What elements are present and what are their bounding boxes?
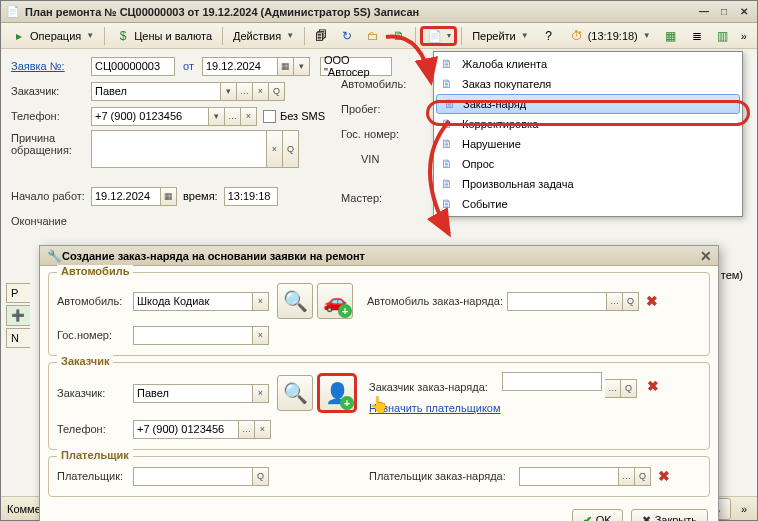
date-drop-btn[interactable]: ▾ [294, 57, 310, 76]
request-link[interactable]: Заявка №: [11, 60, 91, 72]
dlg-plate-input[interactable] [133, 326, 253, 345]
side-tab-n[interactable]: N [6, 328, 30, 348]
dlg-phone-input[interactable]: +7 (900) 0123456 [133, 420, 239, 439]
create-based-on-button[interactable]: 📄 ▾ [420, 26, 457, 46]
date-picker-btn[interactable]: ▦ [278, 57, 294, 76]
group-customer: Заказчик Заказчик: Павел × 🔍 👤 + Заказчи… [48, 362, 710, 450]
dlg-phone-clear[interactable]: × [255, 420, 271, 439]
customer-clear[interactable]: × [253, 82, 269, 101]
dialog-ok-button[interactable]: ✔ OK [572, 509, 623, 521]
menu-item-event[interactable]: 🗎Событие [434, 194, 742, 214]
dlg-auto-order-delete[interactable]: ✖ [643, 292, 661, 310]
menu-item-violation[interactable]: 🗎Нарушение [434, 134, 742, 154]
toolbar-btn-2[interactable]: ↻ [335, 26, 359, 46]
menu-item-complaint[interactable]: 🗎Жалоба клиента [434, 54, 742, 74]
bottom-more[interactable]: » [737, 499, 751, 519]
dlg-payer-order-more[interactable]: … [619, 467, 635, 486]
minimize-button[interactable]: — [695, 4, 713, 20]
request-date-input[interactable]: 19.12.2024 [202, 57, 278, 76]
clock-button[interactable]: ⏱ (13:19:18) ▼ [563, 26, 657, 46]
maximize-button[interactable]: □ [715, 4, 733, 20]
phone-more[interactable]: … [225, 107, 241, 126]
dlg-customer-order-pick[interactable]: Q [621, 379, 637, 398]
dlg-customer-input[interactable]: Павел [133, 384, 253, 403]
phone-drop[interactable]: ▾ [209, 107, 225, 126]
dlg-auto-clear[interactable]: × [253, 292, 269, 311]
menu-item-buyer-order[interactable]: 🗎Заказ покупателя [434, 74, 742, 94]
dlg-payer-order-pick[interactable]: Q [635, 467, 651, 486]
phone-label: Телефон: [11, 110, 91, 122]
plus-icon: + [338, 304, 352, 318]
toolbar-btn-4[interactable]: 🗎 [387, 26, 411, 46]
dlg-customer-order-more[interactable]: … [605, 379, 621, 398]
help-button[interactable]: ? [537, 26, 561, 46]
dlg-payer-order-input[interactable] [519, 467, 619, 486]
dlg-auto-add-btn[interactable]: 🚗 + [317, 283, 353, 319]
start-date-btn[interactable]: ▦ [161, 187, 177, 206]
customer-drop[interactable]: ▾ [221, 82, 237, 101]
reason-pick[interactable]: Q [283, 130, 299, 168]
dollar-icon: $ [115, 28, 131, 44]
toolbar-btn-g3[interactable]: ▥ [711, 26, 735, 46]
mileage-label: Пробег: [341, 103, 431, 115]
menu-item-survey[interactable]: 🗎Опрос [434, 154, 742, 174]
dlg-customer-clear[interactable]: × [253, 384, 269, 403]
dlg-customer-order-input[interactable] [502, 372, 602, 391]
play-icon: ▸ [11, 28, 27, 44]
customer-more[interactable]: … [237, 82, 253, 101]
request-no-input[interactable]: СЦ00000003 [91, 57, 175, 76]
dlg-auto-input[interactable]: Шкода Кодиак [133, 292, 253, 311]
start-date-input[interactable]: 19.12.2024 [91, 187, 161, 206]
dlg-auto-order-pick[interactable]: Q [623, 292, 639, 311]
toolbar-btn-g2[interactable]: ≣ [685, 26, 709, 46]
magnifier-icon: 🔍 [283, 289, 308, 313]
no-sms-checkbox[interactable] [263, 110, 276, 123]
doc-icon: 🗎 [439, 56, 455, 72]
dlg-customer-add-btn[interactable]: 👤 + [317, 373, 357, 413]
dlg-auto-label: Автомобиль: [57, 295, 133, 307]
dlg-customer-order-delete[interactable]: ✖ [644, 377, 662, 395]
dlg-payer-pick[interactable]: Q [253, 467, 269, 486]
vin-label: VIN [341, 153, 431, 165]
dialog-close-button[interactable]: ✕ [700, 248, 712, 264]
dlg-auto-search-btn[interactable]: 🔍 [277, 283, 313, 319]
menu-item-work-order[interactable]: 🗎Заказ-наряд [436, 94, 740, 114]
prices-menu[interactable]: $ Цены и валюта [109, 26, 218, 46]
customer-pick[interactable]: Q [269, 82, 285, 101]
goto-menu[interactable]: Перейти ▼ [466, 26, 535, 46]
assign-payer-link[interactable]: Назначить плательщиком [369, 402, 501, 414]
start-time-input[interactable]: 13:19:18 [224, 187, 278, 206]
dlg-plate-clear[interactable]: × [253, 326, 269, 345]
menu-item-correction[interactable]: 🗎Корректировка [434, 114, 742, 134]
side-tab-r[interactable]: Р [6, 283, 30, 303]
toolbar-more[interactable]: » [737, 26, 751, 46]
reason-clear[interactable]: × [267, 130, 283, 168]
toolbar-btn-g1[interactable]: ▦ [659, 26, 683, 46]
group-auto-legend: Автомобиль [57, 265, 133, 277]
toolbar-btn-3[interactable]: 🗀 [361, 26, 385, 46]
customer-input[interactable]: Павел [91, 82, 221, 101]
reason-input[interactable] [91, 130, 267, 168]
clock-time: (13:19:18) [588, 30, 638, 42]
dlg-payer-input[interactable] [133, 467, 253, 486]
check-icon: ✔ [583, 514, 592, 522]
side-tab-plus[interactable]: ➕ [6, 305, 30, 326]
dlg-auto-order-input[interactable] [507, 292, 607, 311]
dlg-customer-search-btn[interactable]: 🔍 [277, 375, 313, 411]
phone-clear[interactable]: × [241, 107, 257, 126]
actions-menu[interactable]: Действия ▼ [227, 26, 300, 46]
toolbar-btn-1[interactable]: 🗐 [309, 26, 333, 46]
close-button[interactable]: ✕ [735, 4, 753, 20]
dlg-customer-order-label: Заказчик заказ-наряда: [369, 381, 499, 393]
clock-icon: ⏱ [569, 28, 585, 44]
doc-icon: 🗎 [439, 176, 455, 192]
menu-item-task[interactable]: 🗎Произвольная задача [434, 174, 742, 194]
dlg-auto-order-more[interactable]: … [607, 292, 623, 311]
dlg-payer-order-delete[interactable]: ✖ [655, 467, 673, 485]
phone-input[interactable]: +7 (900) 0123456 [91, 107, 209, 126]
trailing-text: тем) [721, 269, 743, 281]
dialog-close-button-2[interactable]: ✖ Закрыть [631, 509, 708, 521]
operation-menu[interactable]: ▸ Операция ▼ [5, 26, 100, 46]
dlg-phone-more[interactable]: … [239, 420, 255, 439]
dialog-title: Создание заказ-наряда на основании заявк… [62, 250, 365, 262]
